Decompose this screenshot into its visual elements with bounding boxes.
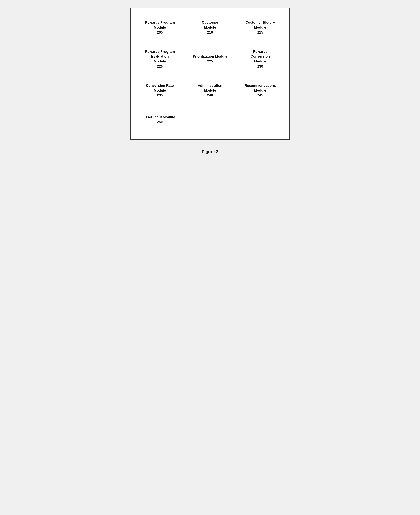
module-230: Rewards Conversion Module 230	[238, 45, 282, 73]
row-4: User Input Module 250	[138, 108, 282, 131]
figure-caption: Figure 2	[202, 149, 218, 154]
module-220: Rewards Program Evaluation Module 220	[138, 45, 182, 73]
page-container: Rewards Program Module 205 Customer Modu…	[130, 8, 290, 154]
empty-cell-2	[238, 108, 282, 131]
row-1: Rewards Program Module 205 Customer Modu…	[138, 16, 282, 39]
module-245: Recommendations Module 245	[238, 79, 282, 102]
row-3: Conversion Rate Module 235 Administratio…	[138, 79, 282, 102]
module-205: Rewards Program Module 205	[138, 16, 182, 39]
empty-cell-1	[188, 108, 232, 131]
module-210: Customer Module 210	[188, 16, 232, 39]
module-225: Prioritization Module 225	[188, 45, 232, 73]
module-215: Customer History Module 215	[238, 16, 282, 39]
outer-box: Rewards Program Module 205 Customer Modu…	[130, 8, 290, 139]
module-235: Conversion Rate Module 235	[138, 79, 182, 102]
module-250: User Input Module 250	[138, 108, 182, 131]
row-2: Rewards Program Evaluation Module 220 Pr…	[138, 45, 282, 73]
module-240: Administration Module 240	[188, 79, 232, 102]
